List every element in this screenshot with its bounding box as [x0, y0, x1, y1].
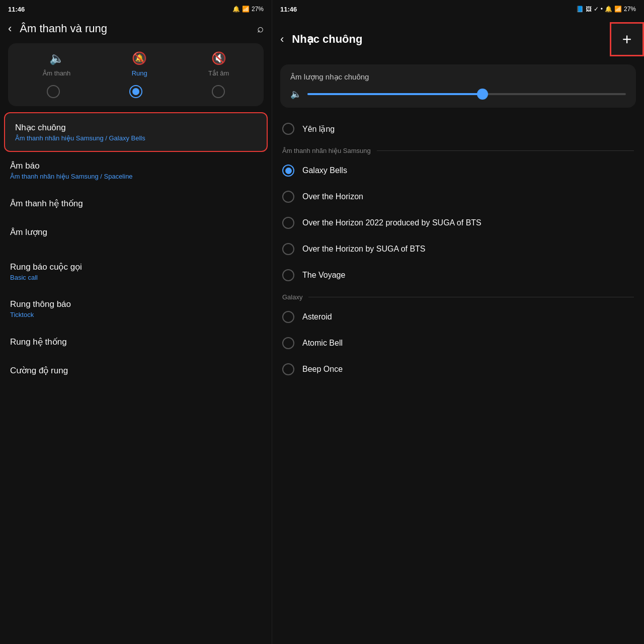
settings-item-am-luong[interactable]: Âm lượng — [0, 218, 272, 247]
ringtone-item-over-the-horizon-2022[interactable]: Over the Horizon 2022 produced by SUGA o… — [272, 210, 644, 236]
sound-mode-rung[interactable]: 🔕 Rung — [132, 51, 147, 77]
rung-thong-bao-subtitle: Ticktock — [10, 311, 262, 318]
radio-beep-once[interactable] — [282, 363, 294, 375]
add-icon: + — [622, 31, 632, 47]
galaxy-bells-label: Galaxy Bells — [302, 166, 347, 175]
sound-mode-radio-group — [12, 85, 260, 98]
ringtone-item-over-the-horizon[interactable]: Over the Horizon — [272, 184, 644, 210]
radio-the-voyage[interactable] — [282, 269, 294, 281]
sound-mode-tat-am[interactable]: 🔇 Tắt âm — [208, 51, 229, 77]
radio-over-the-horizon-2022[interactable] — [282, 217, 294, 229]
rung-bao-cuoc-goi-title: Rung báo cuộc gọi — [10, 262, 262, 272]
settings-item-cuong-do-rung[interactable]: Cường độ rung — [0, 356, 272, 385]
left-header: ‹ Âm thanh và rung ⌕ — [0, 18, 272, 43]
right-back-button[interactable]: ‹ — [280, 33, 284, 46]
am-thanh-label: Âm thanh — [43, 69, 71, 77]
am-thanh-he-thong-title: Âm thanh hệ thống — [10, 198, 262, 209]
sound-mode-selector: 🔈 Âm thanh 🔕 Rung 🔇 Tắt âm — [8, 43, 264, 106]
settings-list: Nhạc chuông Âm thanh nhãn hiệu Samsung /… — [0, 112, 272, 644]
ringtone-item-galaxy-bells[interactable]: Galaxy Bells — [272, 157, 644, 184]
left-panel: 11:46 🔔 📶 27% ‹ Âm thanh và rung ⌕ 🔈 Âm … — [0, 0, 272, 644]
rung-bao-cuoc-goi-subtitle: Basic call — [10, 274, 262, 281]
radio-tat-am[interactable] — [212, 85, 225, 98]
tat-am-icon: 🔇 — [211, 51, 226, 65]
radio-rung[interactable] — [129, 85, 142, 98]
volume-slider-thumb[interactable] — [477, 89, 488, 100]
nhac-chuong-title: Nhạc chuông — [15, 122, 257, 133]
right-status-bar: 11:46 📘 🖼 ✓ • 🔔 📶 27% — [272, 0, 644, 18]
settings-item-am-bao[interactable]: Âm báo Âm thanh nhãn hiệu Samsung / Spac… — [0, 152, 272, 189]
rung-icon: 🔕 — [132, 51, 147, 65]
volume-section: Âm lượng nhạc chuông 🔈 — [280, 64, 636, 108]
radio-yen-lang[interactable] — [282, 123, 294, 135]
am-bao-subtitle: Âm thanh nhãn hiệu Samsung / Spaceline — [10, 173, 262, 180]
right-time: 11:46 — [280, 6, 297, 13]
radio-atomic-bell[interactable] — [282, 337, 294, 349]
right-facebook-icon: 📘 — [576, 6, 584, 13]
over-the-horizon-label: Over the Horizon — [302, 192, 363, 201]
add-ringtone-button[interactable]: + — [610, 22, 644, 56]
rung-he-thong-title: Rung hệ thống — [10, 337, 262, 347]
section-samsung: Âm thanh nhãn hiệu Samsung — [272, 142, 644, 157]
radio-asteroid[interactable] — [282, 311, 294, 323]
volume-slider[interactable] — [307, 93, 626, 95]
ringtone-item-atomic-bell[interactable]: Atomic Bell — [272, 330, 644, 356]
beep-once-label: Beep Once — [302, 365, 343, 374]
am-luong-title: Âm lượng — [10, 227, 262, 237]
ringtone-item-over-the-horizon-suga[interactable]: Over the Horizon by SUGA of BTS — [272, 236, 644, 262]
volume-slider-row: 🔈 — [290, 89, 626, 100]
settings-item-am-thanh-he-thong[interactable]: Âm thanh hệ thống — [0, 189, 272, 218]
tat-am-label: Tắt âm — [208, 69, 229, 77]
section-galaxy-label: Galaxy — [282, 293, 302, 301]
sound-mode-am-thanh[interactable]: 🔈 Âm thanh — [43, 51, 71, 77]
right-gallery-icon: 🖼 — [586, 6, 592, 13]
left-notification-icon: 🔔 — [232, 6, 240, 13]
left-search-button[interactable]: ⌕ — [257, 22, 264, 35]
volume-low-icon: 🔈 — [290, 89, 301, 100]
radio-over-the-horizon[interactable] — [282, 191, 294, 203]
right-check-icon: ✓ — [594, 6, 599, 13]
divider-1 — [0, 247, 272, 253]
right-panel: 11:46 📘 🖼 ✓ • 🔔 📶 27% ‹ Nhạc chuông + Âm… — [272, 0, 644, 644]
right-notification-icon: 🔔 — [605, 6, 612, 13]
ringtone-item-yen-lang[interactable]: Yên lặng — [272, 116, 644, 142]
ringtone-list: Yên lặng Âm thanh nhãn hiệu Samsung Gala… — [272, 112, 644, 644]
settings-item-rung-he-thong[interactable]: Rung hệ thống — [0, 328, 272, 356]
left-title: Âm thanh và rung — [20, 22, 249, 35]
ringtone-item-beep-once[interactable]: Beep Once — [272, 356, 644, 382]
asteroid-label: Asteroid — [302, 312, 332, 321]
right-title: Nhạc chuông — [292, 33, 602, 46]
left-back-button[interactable]: ‹ — [8, 22, 12, 35]
cuong-do-rung-title: Cường độ rung — [10, 365, 262, 376]
left-battery: 27% — [252, 6, 264, 13]
atomic-bell-label: Atomic Bell — [302, 339, 343, 348]
am-thanh-icon: 🔈 — [49, 51, 64, 65]
right-header: ‹ Nhạc chuông + — [272, 18, 644, 64]
over-the-horizon-2022-label: Over the Horizon 2022 produced by SUGA o… — [302, 218, 481, 227]
section-galaxy: Galaxy — [272, 288, 644, 304]
volume-title: Âm lượng nhạc chuông — [290, 72, 626, 82]
yen-lang-label: Yên lặng — [302, 124, 335, 134]
left-status-icons: 🔔 📶 27% — [232, 6, 264, 13]
nhac-chuong-subtitle: Âm thanh nhãn hiệu Samsung / Galaxy Bell… — [15, 134, 257, 142]
right-battery: 27% — [624, 6, 636, 13]
settings-item-rung-thong-bao[interactable]: Rung thông báo Ticktock — [0, 290, 272, 328]
settings-item-nhac-chuong[interactable]: Nhạc chuông Âm thanh nhãn hiệu Samsung /… — [4, 112, 268, 152]
section-samsung-label: Âm thanh nhãn hiệu Samsung — [282, 147, 371, 154]
right-status-icons: 📘 🖼 ✓ • 🔔 📶 27% — [576, 6, 636, 13]
volume-slider-fill — [307, 93, 482, 95]
radio-galaxy-bells[interactable] — [282, 165, 294, 177]
settings-item-rung-bao-cuoc-goi[interactable]: Rung báo cuộc gọi Basic call — [0, 253, 272, 290]
radio-over-the-horizon-suga[interactable] — [282, 243, 294, 255]
left-status-bar: 11:46 🔔 📶 27% — [0, 0, 272, 18]
radio-am-thanh[interactable] — [47, 85, 60, 98]
sound-mode-icons: 🔈 Âm thanh 🔕 Rung 🔇 Tắt âm — [12, 51, 260, 77]
the-voyage-label: The Voyage — [302, 271, 345, 280]
right-wifi-icon: 📶 — [614, 6, 622, 13]
rung-thong-bao-title: Rung thông báo — [10, 299, 262, 309]
over-the-horizon-suga-label: Over the Horizon by SUGA of BTS — [302, 245, 426, 254]
ringtone-item-the-voyage[interactable]: The Voyage — [272, 262, 644, 288]
left-time: 11:46 — [8, 6, 25, 13]
ringtone-item-asteroid[interactable]: Asteroid — [272, 304, 644, 330]
am-bao-title: Âm báo — [10, 161, 262, 171]
